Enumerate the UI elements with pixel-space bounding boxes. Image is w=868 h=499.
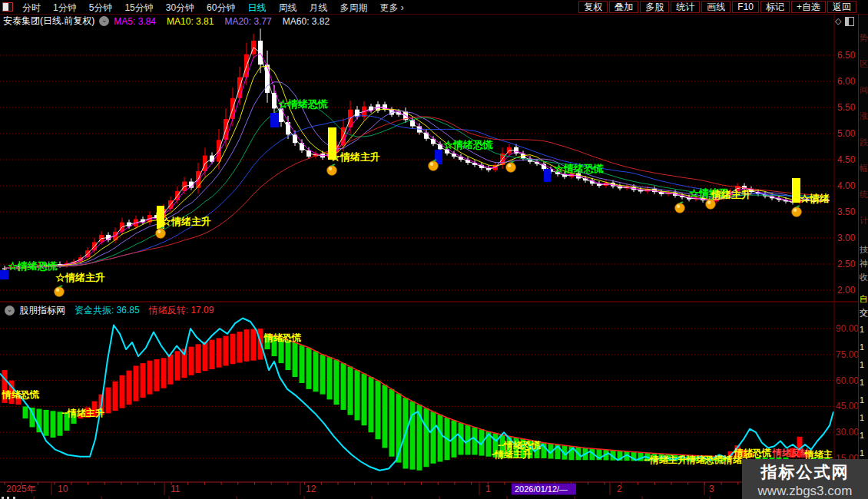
blue-bar-marker [270,113,279,127]
diamond-icon[interactable]: ◇ [835,16,841,26]
toolbar-button[interactable]: 返回 [827,1,856,13]
ma-value: MA5: 3.84 [114,16,156,27]
axis-date-label: 10 [58,484,68,494]
clipped-glyph: 1 [860,343,864,352]
timeframe-menu: 分时1分钟5分钟15分钟30分钟60分钟日线周线月线多周期更多 › [16,0,410,15]
orange-ball-marker [675,203,685,213]
clipped-glyph: 跌 [860,138,868,147]
clipped-glyph: 自 [860,295,868,303]
svg-text:90.00: 90.00 [836,323,859,334]
menu-item[interactable]: 60分钟 [200,2,241,13]
clipped-glyph: 涨 [860,112,868,121]
metric-qingxufanzhuan: 情绪反转: 17.09 [149,304,214,317]
clipped-glyph: 收 [860,273,868,282]
toolbar-button[interactable]: 画线 [701,1,731,13]
toolbar-button[interactable]: 叠加 [609,1,638,13]
watermark-url: www.zbgs3.com [742,484,868,499]
svg-text:3.50: 3.50 [837,207,856,217]
sentiment-label: --情绪主升 [61,408,104,418]
sentiment-label: ☆情绪主升 [55,272,105,283]
sentiment-label: ☆情绪恐慌 [553,163,604,174]
clipped-glyph: 统 [860,190,868,199]
svg-text:60.00: 60.00 [836,375,859,386]
menu-item[interactable]: 1分钟 [47,2,83,13]
right-edge-clipped-panel: 势区间涨跌幅统计技神收自交111111111 [858,0,868,499]
toolbar-buttons: 复权叠加多股统计画线F10标记+自选返回 [578,1,868,13]
clipped-glyph: 区 [860,60,868,68]
svg-text:6.50: 6.50 [837,50,856,61]
toolbar-button[interactable]: 统计 [671,1,700,13]
toolbar-button[interactable]: 复权 [578,1,608,13]
ma-value: MA10: 3.81 [167,16,214,27]
axis-date-label: 2026/01/12/— [515,484,568,494]
clipped-glyph: 1 [860,414,864,422]
bottom-axis: 2025年10111212026/01/12/—23 [2,482,821,499]
orange-ball-marker [55,287,65,297]
svg-text:5.00: 5.00 [837,128,856,139]
axis-date-label: 1 [485,484,491,494]
sentiment-label: ☆情绪恐慌 [7,260,58,272]
indicator-panel-header: ⌄ 股朋指标网 资金共振: 36.85 情绪反转: 17.09 [0,302,834,318]
orange-ball-marker [792,207,802,217]
menu-bar: 分时1分钟5分钟15分钟30分钟60分钟日线周线月线多周期更多 › 复权叠加多股… [0,0,868,15]
axis-date-label: 3 [709,484,714,494]
svg-text:2.50: 2.50 [837,259,856,269]
svg-text:2.00: 2.00 [837,285,856,296]
clipped-glyph: 交 [860,309,868,317]
metric-zijingongzhen: 资金共振: 36.85 [75,304,140,317]
orange-ball-marker [506,163,516,173]
sentiment-label: 情绪恐慌 [2,389,40,400]
layout-split-icon[interactable] [845,17,854,26]
axis-date-label: 2025年 [6,484,36,494]
clipped-glyph: 技 [860,246,868,254]
sentiment-label: ☆情绪恐慌 [277,98,328,110]
chevron-down-icon[interactable]: ⌄ [99,16,109,26]
sentiment-label: ☆情绪 [799,193,830,204]
title-bar: 安泰集团(日线.前复权) ⌄ MA5: 3.84MA10: 3.81MA20: … [0,15,834,28]
watermark: 指标公式网 www.zbgs3.com [742,459,868,499]
chart-canvas[interactable]: 6.506.005.505.004.504.003.503.002.502.00… [0,0,868,499]
orange-ball-marker [429,161,439,171]
ma-value: MA60: 3.82 [283,16,330,27]
menu-item[interactable]: 周线 [272,2,303,13]
menu-item[interactable]: 月线 [303,2,333,13]
main-labels: ☆情绪恐慌☆情绪主升☆情绪主升☆情绪恐慌☆情绪主升☆情绪恐慌☆情绪恐慌☆情绪恐情… [7,98,830,283]
menu-item[interactable]: 分时 [16,2,47,13]
clipped-glyph: 1 [860,361,864,369]
sentiment-label: ☆情绪恐慌 [442,139,493,150]
orange-ball-marker [156,229,166,239]
clipped-glyph: 1 [860,378,864,387]
sentiment-label: 情绪恐慌 [734,448,772,458]
clipped-glyph: 1 [860,326,864,334]
menu-item[interactable]: 更多 › [373,2,409,13]
toolbar-button[interactable]: 标记 [760,1,790,13]
sentiment-label: ☆情绪主升 [161,216,211,227]
blue-bar-marker [544,169,551,182]
collapse-chevron-icon[interactable]: ⌄ [5,306,15,316]
clipped-glyph: 1 [860,449,864,458]
svg-text:4.00: 4.00 [837,180,856,191]
toolbar-button[interactable]: +自选 [791,1,826,13]
indicator-name: 股朋指标网 [19,304,65,317]
svg-text:5.50: 5.50 [837,102,856,113]
svg-text:30.00: 30.00 [836,427,859,438]
corner-icons: ◇ [835,16,854,26]
menu-item[interactable]: 15分钟 [118,2,159,13]
axis-date-label: 11 [171,484,181,494]
sentiment-label: 情绪主升 [711,189,751,200]
clipped-glyph: 1 [860,431,864,440]
toolbar-button[interactable]: 多股 [640,1,669,13]
clipped-glyph: 幅 [860,164,868,173]
toolbar-button[interactable]: F10 [732,1,759,13]
ma-readout: MA5: 3.84MA10: 3.81MA20: 3.77MA60: 3.82 [114,16,340,27]
menu-item[interactable]: 5分钟 [83,2,119,13]
menu-item[interactable]: 日线 [241,2,272,13]
sentiment-label: -情绪主升 [492,449,532,460]
axis-date-label: 2 [617,484,622,494]
window-icon[interactable] [2,2,13,12]
menu-item[interactable]: 多周期 [333,2,373,13]
security-title: 安泰集团(日线.前复权) [3,15,94,28]
clipped-glyph: 势 [860,34,868,42]
menu-item[interactable]: 30分钟 [160,2,200,13]
orange-ball-marker [706,200,716,210]
